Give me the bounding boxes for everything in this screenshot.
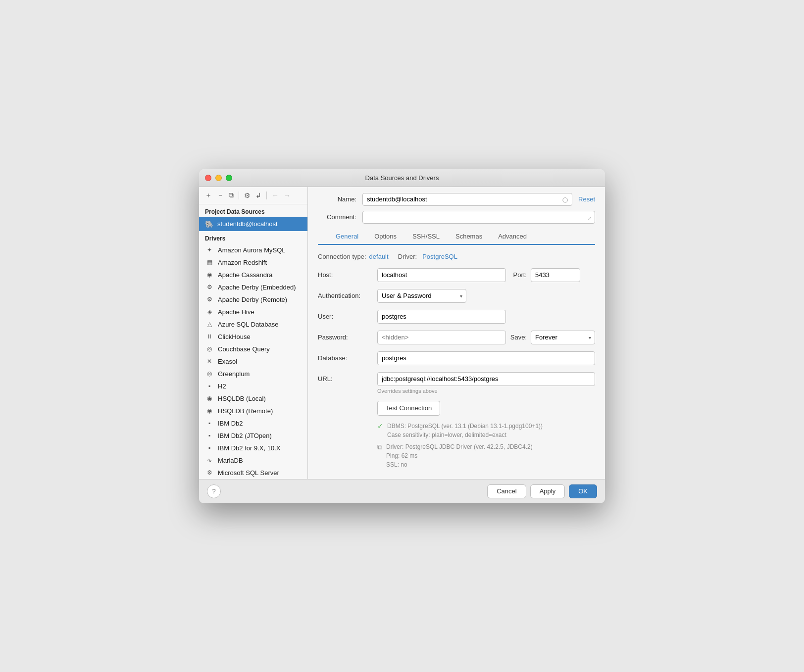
- driver-label-text: Microsoft SQL Server: [218, 469, 279, 477]
- drivers-header: Drivers: [199, 231, 307, 244]
- minimize-button[interactable]: [215, 175, 222, 181]
- tab-general[interactable]: General: [328, 229, 366, 245]
- driver-list-item[interactable]: ▪IBM Db2: [199, 417, 307, 430]
- test-connection-button[interactable]: Test Connection: [377, 401, 440, 416]
- driver-list-item[interactable]: ✦Amazon Aurora MySQL: [199, 244, 307, 256]
- database-row: Database:: [318, 351, 595, 365]
- project-data-sources-header: Project Data Sources: [199, 204, 307, 217]
- maximize-button[interactable]: [226, 175, 232, 181]
- driver-label-text: Apache Derby (Remote): [218, 296, 287, 303]
- password-input[interactable]: [377, 331, 506, 344]
- driver-list-item[interactable]: ⚙Apache Derby (Embedded): [199, 281, 307, 293]
- driver-list-item[interactable]: ⏸ClickHouse: [199, 331, 307, 343]
- import-icon[interactable]: ↲: [254, 191, 262, 200]
- driver-list-item[interactable]: ◉Apache Cassandra: [199, 269, 307, 281]
- auth-label: Authentication:: [318, 292, 377, 299]
- name-input[interactable]: [367, 195, 568, 203]
- apply-button[interactable]: Apply: [530, 484, 565, 498]
- driver-icon: ⚙: [205, 284, 214, 290]
- driver-list-item[interactable]: ✕Exasol: [199, 355, 307, 368]
- copy-doc-icon: ⧉: [377, 443, 382, 451]
- tab-schemas[interactable]: Schemas: [448, 229, 490, 245]
- driver-list-item[interactable]: ◈Apache Hive: [199, 306, 307, 318]
- driver-list-item[interactable]: ◎Greenplum: [199, 368, 307, 380]
- driver-list-item[interactable]: ⚙Apache Derby (Remote): [199, 293, 307, 306]
- info-row-1: ✓ DBMS: PostgreSQL (ver. 13.1 (Debian 13…: [377, 422, 595, 439]
- user-input[interactable]: [377, 310, 506, 324]
- tab-advanced[interactable]: Advanced: [490, 229, 535, 245]
- remove-icon[interactable]: －: [216, 190, 225, 201]
- forward-icon[interactable]: →: [283, 191, 292, 200]
- driver-label-text: Amazon Aurora MySQL: [218, 246, 286, 254]
- driver-label-text: Couchbase Query: [218, 345, 270, 353]
- expand-icon: ⤢: [588, 216, 592, 221]
- test-row: Test Connection: [377, 401, 595, 416]
- driver-label-text: H2: [218, 383, 226, 390]
- driver-icon: ◎: [205, 370, 214, 377]
- save-select-wrapper: Forever Until restart Never ▾: [531, 331, 595, 344]
- ok-button[interactable]: OK: [569, 484, 597, 498]
- driver-icon: ✕: [205, 358, 214, 365]
- host-input[interactable]: [377, 268, 506, 282]
- driver-label-text: HSQLDB (Remote): [218, 407, 273, 415]
- driver-list-item[interactable]: ◉HSQLDB (Remote): [199, 405, 307, 417]
- close-button[interactable]: [205, 175, 211, 181]
- help-button[interactable]: ?: [207, 484, 221, 498]
- conn-type-value[interactable]: default: [369, 253, 389, 260]
- driver-list-item[interactable]: ▪IBM Db2 for 9.X, 10.X: [199, 442, 307, 454]
- conn-type-label: Connection type:: [318, 253, 366, 260]
- driver-icon: ◉: [205, 407, 214, 414]
- driver-label-text: HSQLDB (Local): [218, 395, 266, 402]
- driver-label-text: Apache Hive: [218, 308, 254, 316]
- comment-label: Comment:: [318, 213, 362, 221]
- url-input[interactable]: [377, 372, 595, 386]
- driver-label-text: IBM Db2 (JTOpen): [218, 432, 272, 439]
- selected-datasource-label: studentdb@localhost: [217, 220, 278, 228]
- driver-icon: ◈: [205, 308, 214, 315]
- port-input[interactable]: [531, 268, 580, 282]
- database-input[interactable]: [377, 351, 595, 365]
- driver-icon: △: [205, 321, 214, 328]
- window-title: Data Sources and Drivers: [365, 174, 439, 182]
- driver-list-item[interactable]: ◎Couchbase Query: [199, 343, 307, 355]
- driver-list-item[interactable]: ▪H2: [199, 380, 307, 392]
- tabs: General Options SSH/SSL Schemas Advanced: [318, 229, 595, 245]
- driver-icon: ▦: [205, 259, 214, 266]
- driver-icon: ◎: [205, 345, 214, 352]
- driver-icon: ▪: [205, 432, 214, 439]
- save-label: Save:: [506, 334, 531, 341]
- comment-input[interactable]: [367, 213, 591, 221]
- port-label: Port:: [506, 271, 531, 279]
- driver-list-item[interactable]: ∿MariaDB: [199, 454, 307, 467]
- driver-list-item[interactable]: ▪IBM Db2 (JTOpen): [199, 430, 307, 442]
- tab-options[interactable]: Options: [366, 229, 404, 245]
- driver-list-item[interactable]: ▦Amazon Redshift: [199, 256, 307, 269]
- selected-datasource[interactable]: 🐘 studentdb@localhost: [199, 217, 307, 231]
- add-icon[interactable]: ＋: [204, 190, 213, 201]
- tab-sshssl[interactable]: SSH/SSL: [404, 229, 448, 245]
- copy-icon[interactable]: ⧉: [228, 190, 235, 200]
- host-label: Host:: [318, 271, 377, 279]
- settings-icon[interactable]: ⚙: [243, 191, 251, 200]
- driver-icon: ▪: [205, 420, 214, 427]
- info-line-1: DBMS: PostgreSQL (ver. 13.1 (Debian 13.1…: [387, 422, 543, 439]
- connection-info: ✓ DBMS: PostgreSQL (ver. 13.1 (Debian 13…: [377, 422, 595, 469]
- back-icon[interactable]: ←: [271, 191, 280, 200]
- right-top: Name: ◯ Reset Comment: ⤢ Gener: [308, 187, 605, 245]
- driver-label-text: Amazon Redshift: [218, 259, 267, 266]
- save-select[interactable]: Forever Until restart Never: [531, 331, 595, 344]
- driver-list-item[interactable]: ◉HSQLDB (Local): [199, 392, 307, 405]
- check-icon: ✓: [377, 422, 383, 430]
- left-panel: ＋ － ⧉ ⚙ ↲ ← → Project Data Sources 🐘 stu…: [199, 187, 308, 479]
- driver-value[interactable]: PostgreSQL: [422, 253, 457, 260]
- reset-button[interactable]: Reset: [572, 195, 595, 203]
- driver-list-item[interactable]: △Azure SQL Database: [199, 318, 307, 331]
- cancel-button[interactable]: Cancel: [487, 484, 526, 498]
- driver-list-item[interactable]: ⚙Microsoft SQL Server: [199, 467, 307, 479]
- auth-select-wrapper: User & Password No auth pgpass ▾: [377, 289, 466, 303]
- postgres-icon: 🐘: [205, 220, 213, 228]
- driver-icon: ⏸: [205, 333, 214, 340]
- tab-content-general: Connection type: default Driver: Postgre…: [308, 245, 605, 479]
- host-row: Host: Port:: [318, 268, 595, 282]
- auth-select[interactable]: User & Password No auth pgpass: [377, 289, 466, 303]
